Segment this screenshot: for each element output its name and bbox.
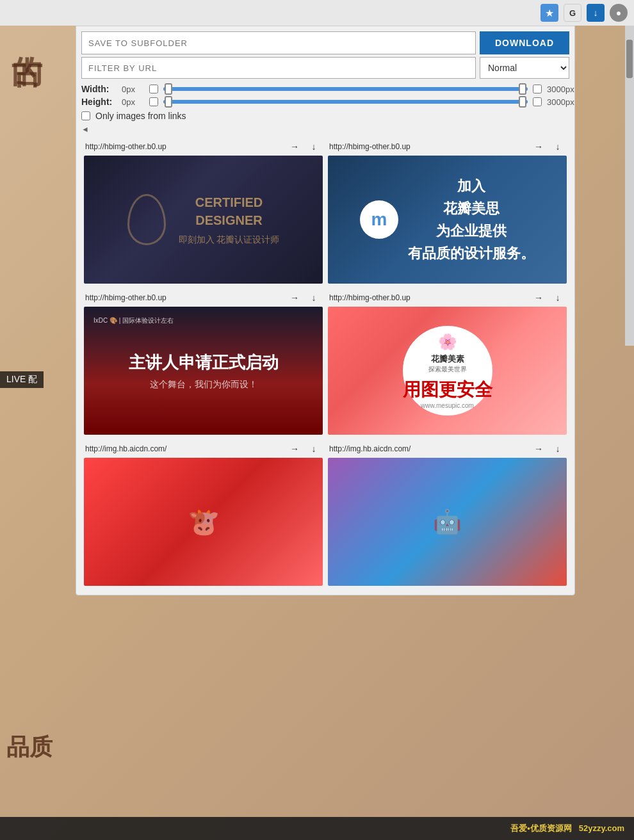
image-thumbnail[interactable]: m 加入花瓣美思为企业提供有品质的设计服务。 bbox=[328, 156, 567, 284]
img4-brand: 花瓣美素 bbox=[431, 353, 464, 365]
image-url-row: http://hbimg-other.b0.up → ↓ bbox=[84, 289, 323, 307]
image-url-row: http://hbimg-other.b0.up → ↓ bbox=[328, 289, 567, 307]
image-url-text: http://hbimg-other.b0.up bbox=[329, 142, 527, 151]
footer-brand: 吾爱•优质资源网 bbox=[510, 823, 572, 833]
list-item: http://hbimg-other.b0.up → ↓ 🌸 花瓣美素 探索最美… bbox=[325, 286, 569, 437]
image-url-text: http://hbimg-other.b0.up bbox=[329, 293, 527, 302]
img3-sub-text: 这个舞台，我们为你而设！ bbox=[150, 379, 257, 391]
img3-badge: IxDC 🎨 | 国际体验设计左右 bbox=[93, 316, 174, 325]
navigate-arrow-icon[interactable]: → bbox=[287, 140, 302, 153]
image-thumbnail[interactable]: 🐮 bbox=[84, 458, 323, 586]
image-url-row: http://img.hb.aicdn.com/ → ↓ bbox=[84, 440, 323, 458]
download-extension-icon[interactable]: ↓ bbox=[587, 4, 605, 22]
image-url-row: http://img.hb.aicdn.com/ → ↓ bbox=[328, 440, 567, 458]
height-label: Height: bbox=[81, 97, 117, 107]
subfolder-input[interactable] bbox=[81, 31, 476, 54]
img4-logo-icon: 🌸 bbox=[438, 333, 457, 351]
height-min-value: 0px bbox=[122, 97, 144, 107]
height-min-checkbox[interactable] bbox=[149, 97, 158, 106]
scroll-indicator: ◄ bbox=[76, 124, 574, 135]
width-slider[interactable] bbox=[163, 87, 528, 91]
scrollbar-thumb[interactable] bbox=[626, 40, 633, 78]
img4-tagline: 探索最美世界 bbox=[428, 365, 467, 374]
browser-toolbar: ★ G ↓ ● bbox=[0, 0, 634, 26]
img3-main-text: 主讲人申请正式启动 bbox=[129, 351, 279, 374]
image-thumbnail[interactable]: 🤖 bbox=[328, 458, 567, 586]
image-url-text: http://img.hb.aicdn.com/ bbox=[329, 444, 527, 453]
google-translate-icon[interactable]: G bbox=[564, 4, 581, 22]
navigate-arrow-icon[interactable]: → bbox=[287, 442, 302, 455]
download-single-icon[interactable]: ↓ bbox=[550, 140, 565, 153]
list-item: http://img.hb.aicdn.com/ → ↓ 🤖 bbox=[325, 437, 569, 588]
download-single-icon[interactable]: ↓ bbox=[306, 442, 321, 455]
list-item: http://hbimg-other.b0.up → ↓ IxDC 🎨 | 国际… bbox=[81, 286, 325, 437]
width-row: Width: 0px 3000px bbox=[76, 83, 574, 95]
width-max-value: 3000px bbox=[547, 85, 569, 94]
image-url-text: http://img.hb.aicdn.com/ bbox=[85, 444, 283, 453]
bg-text-bottom: 品质 bbox=[6, 732, 53, 763]
width-slider-left-thumb[interactable] bbox=[165, 83, 172, 95]
height-row: Height: 0px 3000px bbox=[76, 95, 574, 108]
image-url-row: http://hbimg-other.b0.up → ↓ bbox=[328, 138, 567, 156]
list-item: http://hbimg-other.b0.up → ↓ m 加入花瓣美思为企业… bbox=[325, 135, 569, 286]
img1-content: CERTIFIEDDESIGNER 即刻加入 花瓣认证设计师 bbox=[127, 193, 280, 246]
list-item: http://img.hb.aicdn.com/ → ↓ 🐮 bbox=[81, 437, 325, 588]
image-url-text: http://hbimg-other.b0.up bbox=[85, 142, 283, 151]
width-min-value: 0px bbox=[122, 85, 144, 94]
image-thumbnail[interactable]: IxDC 🎨 | 国际体验设计左右 主讲人申请正式启动 这个舞台，我们为你而设！ bbox=[84, 307, 323, 435]
download-button[interactable]: DOWNLOAD bbox=[480, 31, 569, 54]
height-slider-right-thumb[interactable] bbox=[519, 96, 526, 108]
scroll-left-arrow[interactable]: ◄ bbox=[81, 125, 89, 134]
footer-domain: 52yzzy.com bbox=[579, 823, 624, 833]
img5-content: 🐮 bbox=[188, 507, 220, 537]
width-slider-right-thumb[interactable] bbox=[519, 83, 526, 95]
only-images-checkbox[interactable] bbox=[81, 111, 90, 120]
filter-row: Normal Only All bbox=[76, 57, 574, 83]
height-slider-left-thumb[interactable] bbox=[165, 96, 172, 108]
extension-icon[interactable]: ● bbox=[610, 4, 628, 22]
image-thumbnail[interactable]: 🌸 花瓣美素 探索最美世界 用图更安全 www.mesupic.com bbox=[328, 307, 567, 435]
download-single-icon[interactable]: ↓ bbox=[550, 442, 565, 455]
filter-url-input[interactable] bbox=[81, 57, 476, 79]
img4-main-text: 用图更安全 bbox=[403, 378, 492, 402]
img1-text-block: CERTIFIEDDESIGNER 即刻加入 花瓣认证设计师 bbox=[179, 193, 280, 246]
height-max-checkbox[interactable] bbox=[533, 97, 542, 106]
only-images-label: Only images from links bbox=[95, 111, 186, 121]
top-row: DOWNLOAD bbox=[76, 26, 574, 57]
image-thumbnail[interactable]: CERTIFIEDDESIGNER 即刻加入 花瓣认证设计师 bbox=[84, 156, 323, 284]
popup-panel: DOWNLOAD Normal Only All Width: 0px 3000… bbox=[76, 26, 575, 595]
img2-logo: m bbox=[360, 200, 398, 239]
list-item: http://hbimg-other.b0.up → ↓ CERTIFIEDDE… bbox=[81, 135, 325, 286]
star-icon[interactable]: ★ bbox=[541, 4, 558, 22]
img4-url: www.mesupic.com bbox=[421, 402, 474, 409]
img2-text: 加入花瓣美思为企业提供有品质的设计服务。 bbox=[408, 175, 535, 265]
navigate-arrow-icon[interactable]: → bbox=[531, 442, 546, 455]
width-min-checkbox[interactable] bbox=[149, 85, 158, 93]
download-single-icon[interactable]: ↓ bbox=[306, 291, 321, 304]
height-slider[interactable] bbox=[163, 100, 528, 104]
img4-circle: 🌸 花瓣美素 探索最美世界 用图更安全 www.mesupic.com bbox=[403, 326, 492, 416]
navigate-arrow-icon[interactable]: → bbox=[287, 291, 302, 304]
navigate-arrow-icon[interactable]: → bbox=[531, 140, 546, 153]
navigate-arrow-icon[interactable]: → bbox=[531, 291, 546, 304]
certified-logo bbox=[127, 194, 166, 245]
img6-content: 🤖 bbox=[433, 508, 462, 535]
image-grid: http://hbimg-other.b0.up → ↓ CERTIFIEDDE… bbox=[76, 135, 574, 588]
filter-select[interactable]: Normal Only All bbox=[480, 57, 569, 79]
live-badge: LIVE 配 bbox=[0, 371, 44, 388]
footer-text: 吾爱•优质资源网 52yzzy.com bbox=[510, 823, 624, 834]
footer-bar: 吾爱•优质资源网 52yzzy.com bbox=[0, 817, 634, 840]
width-label: Width: bbox=[81, 84, 117, 94]
height-max-value: 3000px bbox=[547, 97, 569, 107]
img1-title: CERTIFIEDDESIGNER bbox=[179, 193, 280, 229]
download-single-icon[interactable]: ↓ bbox=[306, 140, 321, 153]
download-single-icon[interactable]: ↓ bbox=[550, 291, 565, 304]
only-images-row: Only images from links bbox=[76, 108, 574, 124]
width-max-checkbox[interactable] bbox=[533, 85, 542, 93]
image-url-row: http://hbimg-other.b0.up → ↓ bbox=[84, 138, 323, 156]
img1-subtitle: 即刻加入 花瓣认证设计师 bbox=[179, 234, 280, 246]
image-url-text: http://hbimg-other.b0.up bbox=[85, 293, 283, 302]
scrollbar[interactable] bbox=[625, 26, 634, 346]
